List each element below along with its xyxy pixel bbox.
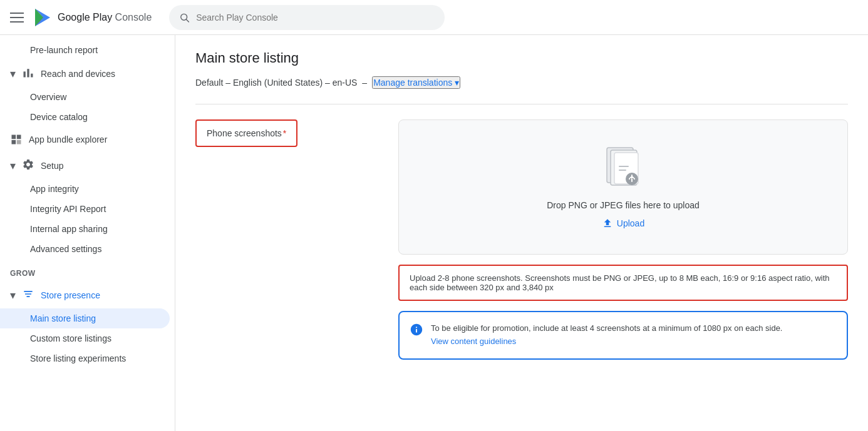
upload-button-label: Upload — [617, 218, 644, 228]
sidebar-section-setup-label: Setup — [41, 161, 64, 171]
upload-drop-text: Drop PNG or JPEG files here to upload — [547, 200, 700, 210]
sidebar-item-integrity-api[interactable]: Integrity API Report — [0, 199, 170, 219]
body-layout: Pre-launch report ▾ Reach and devices Ov… — [0, 35, 868, 431]
phone-screenshots-label-box: Phone screenshots * — [195, 119, 297, 147]
sidebar-item-bundle-label: App bundle explorer — [29, 134, 107, 145]
sidebar-item-device-catalog-label: Device catalog — [30, 112, 88, 122]
sidebar-section-setup[interactable]: ▾ Setup — [0, 152, 175, 179]
page-title: Main store listing — [195, 50, 848, 66]
sidebar-item-reach-label: Reach and devices — [41, 69, 115, 79]
search-icon — [179, 12, 190, 23]
svg-rect-2 — [24, 71, 26, 77]
sidebar-item-label: Pre-launch report — [30, 45, 98, 55]
info-box: To be eligible for promotion, include at… — [398, 311, 848, 360]
svg-rect-4 — [31, 74, 33, 78]
section-label-col: Phone screenshots * — [195, 119, 383, 360]
topbar: Google Play Console — [0, 0, 868, 35]
svg-rect-7 — [12, 140, 16, 145]
info-circle-icon — [410, 323, 423, 340]
sidebar-item-main-store-listing[interactable]: Main store listing — [0, 308, 170, 328]
search-input[interactable] — [196, 13, 435, 23]
sidebar-item-app-integrity[interactable]: App integrity — [0, 179, 170, 199]
svg-rect-3 — [27, 69, 29, 77]
sidebar-section-reach[interactable]: ▾ Reach and devices — [0, 60, 175, 87]
google-play-icon — [33, 8, 53, 28]
bundle-icon — [10, 133, 23, 146]
sidebar-item-device-catalog[interactable]: Device catalog — [0, 107, 170, 127]
bar-chart-icon — [22, 66, 34, 81]
warning-box: Upload 2-8 phone screenshots. Screenshot… — [398, 265, 848, 301]
sidebar-store-presence-label: Store presence — [41, 290, 100, 300]
sidebar-item-custom-store-listings[interactable]: Custom store listings — [0, 328, 170, 348]
upload-area[interactable]: Drop PNG or JPEG files here to upload Up… — [398, 119, 848, 255]
sidebar-item-store-listing-experiments[interactable]: Store listing experiments — [0, 348, 170, 368]
sidebar-item-pre-launch[interactable]: Pre-launch report — [0, 40, 170, 60]
sidebar-item-main-store-listing-label: Main store listing — [30, 313, 96, 323]
sidebar-item-store-listing-experiments-label: Store listing experiments — [30, 353, 126, 363]
warning-text: Upload 2-8 phone screenshots. Screenshot… — [410, 273, 830, 292]
sidebar-item-app-bundle[interactable]: App bundle explorer — [0, 127, 170, 152]
upload-arrow-icon — [602, 218, 613, 229]
chevron-down-icon-store: ▾ — [10, 288, 16, 302]
manage-translations-label: Manage translations — [373, 78, 452, 88]
sidebar-item-advanced-settings-label: Advanced settings — [30, 244, 101, 254]
upload-button[interactable]: Upload — [602, 218, 644, 229]
sidebar-item-overview[interactable]: Overview — [0, 87, 170, 107]
breadcrumb-default: Default – English (United States) – en-U… — [195, 78, 357, 88]
separator: – — [362, 78, 367, 88]
svg-rect-5 — [12, 135, 16, 139]
dropdown-arrow-icon: ▾ — [455, 78, 459, 88]
main-content: Main store listing Default – English (Un… — [175, 35, 868, 431]
info-text: To be eligible for promotion, include at… — [431, 323, 782, 333]
view-guidelines-link[interactable]: View content guidelines — [431, 337, 516, 346]
phone-screenshots-label: Phone screenshots — [207, 128, 282, 138]
sidebar-item-integrity-api-label: Integrity API Report — [30, 204, 106, 214]
upload-col: Drop PNG or JPEG files here to upload Up… — [398, 119, 848, 360]
store-icon — [22, 288, 34, 302]
sidebar-item-advanced-settings[interactable]: Advanced settings — [0, 239, 170, 259]
svg-line-1 — [187, 19, 189, 22]
gear-icon — [22, 158, 34, 173]
sidebar-item-custom-store-listings-label: Custom store listings — [30, 333, 111, 343]
sidebar-section-store-presence[interactable]: ▾ Store presence — [0, 281, 175, 308]
content-row: Phone screenshots * — [195, 119, 848, 360]
svg-rect-6 — [17, 135, 21, 139]
search-bar[interactable] — [169, 5, 445, 30]
breadcrumb-bar: Default – English (United States) – en-U… — [195, 76, 848, 89]
sidebar-category-grow: Grow — [0, 259, 175, 281]
sidebar-item-internal-sharing-label: Internal app sharing — [30, 224, 108, 234]
sidebar-item-internal-sharing[interactable]: Internal app sharing — [0, 219, 170, 239]
chevron-down-icon-setup: ▾ — [10, 159, 16, 173]
svg-rect-8 — [17, 140, 21, 145]
chevron-down-icon: ▾ — [10, 67, 16, 81]
topbar-logo[interactable]: Google Play Console — [33, 8, 152, 28]
manage-translations-button[interactable]: Manage translations ▾ — [372, 76, 460, 89]
sidebar: Pre-launch report ▾ Reach and devices Ov… — [0, 35, 175, 431]
sidebar-item-app-integrity-label: App integrity — [30, 184, 79, 194]
required-marker: * — [283, 128, 286, 138]
topbar-logo-text: Google Play Console — [58, 12, 152, 23]
sidebar-item-overview-label: Overview — [30, 92, 66, 102]
info-box-content: To be eligible for promotion, include at… — [431, 322, 782, 348]
upload-document-icon — [603, 145, 643, 190]
content-divider — [195, 104, 848, 104]
menu-icon[interactable] — [10, 10, 25, 25]
